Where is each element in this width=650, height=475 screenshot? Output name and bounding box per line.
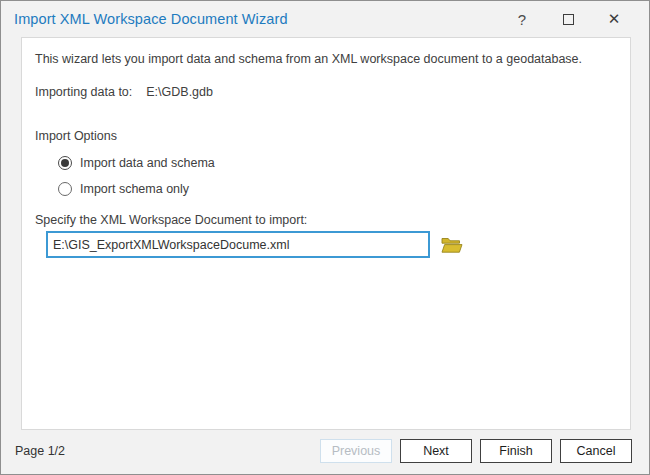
radio-selected-icon[interactable] [58,156,72,170]
footer-bar: Page 1/2 Previous Next Finish Cancel [1,428,649,474]
wizard-buttons: Previous Next Finish Cancel [320,439,632,463]
finish-button[interactable]: Finish [480,439,552,463]
specify-xml-label: Specify the XML Workspace Document to im… [35,212,307,228]
importing-data-to-label: Importing data to: [35,85,132,99]
maximize-icon[interactable] [545,5,591,33]
page-indicator: Page 1/2 [15,444,65,458]
titlebar: Import XML Workspace Document Wizard ? ✕ [1,1,649,37]
window-controls: ? ✕ [499,5,637,33]
import-options-label: Import Options [35,128,117,144]
cancel-button[interactable]: Cancel [560,439,632,463]
maximize-square-glyph [563,14,574,25]
previous-button[interactable]: Previous [320,439,392,463]
radio-unselected-icon[interactable] [58,182,72,196]
close-icon[interactable]: ✕ [591,5,637,33]
radio-option-label: Import data and schema [80,155,215,171]
xml-path-input[interactable] [46,231,430,258]
next-button[interactable]: Next [400,439,472,463]
browse-folder-icon[interactable] [441,236,463,254]
importing-data-to-value: E:\GDB.gdb [146,85,213,99]
xml-path-row [46,231,463,258]
content-panel: This wizard lets you import data and sch… [21,37,631,430]
dialog-title: Import XML Workspace Document Wizard [14,11,288,27]
dialog-window: Import XML Workspace Document Wizard ? ✕… [0,0,650,475]
radio-option-import-data-and-schema[interactable]: Import data and schema [58,155,215,171]
radio-option-label: Import schema only [80,181,189,197]
radio-option-import-schema-only[interactable]: Import schema only [58,181,189,197]
intro-text: This wizard lets you import data and sch… [35,51,620,67]
importing-data-row: Importing data to:E:\GDB.gdb [35,84,213,100]
help-icon[interactable]: ? [499,5,545,33]
open-folder-glyph [441,236,463,254]
